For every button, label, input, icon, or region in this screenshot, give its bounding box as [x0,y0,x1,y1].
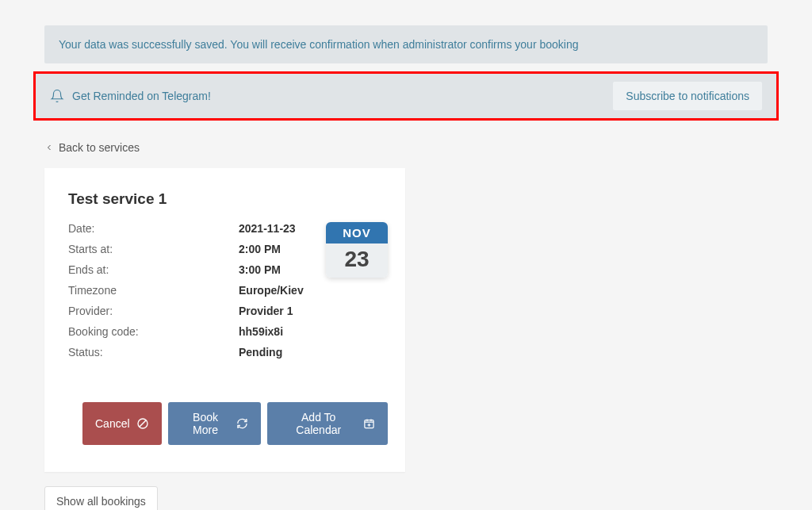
book-more-label: Book More [181,411,231,436]
action-buttons: Cancel Book More Add To Calendar [82,402,388,445]
refresh-icon [236,417,248,430]
cancel-icon [136,417,149,430]
add-to-calendar-button[interactable]: Add To Calendar [267,402,388,445]
show-all-bookings-button[interactable]: Show all bookings [44,486,158,510]
label-ends: Ends at: [68,263,239,276]
telegram-reminder-text: Get Reminded on Telegram! [72,90,211,102]
calendar-day: 23 [326,243,388,278]
label-code: Booking code: [68,325,239,338]
cancel-button[interactable]: Cancel [82,402,162,445]
detail-row-provider: Provider: Provider 1 [68,305,310,317]
value-timezone: Europe/Kiev [239,284,304,297]
svg-line-1 [140,420,146,427]
calendar-add-icon [363,417,375,430]
calendar-badge: NOV 23 [326,222,388,278]
label-status: Status: [68,346,239,359]
detail-row-starts: Starts at: 2:00 PM [68,243,310,255]
detail-row-timezone: Timezone Europe/Kiev [68,284,310,297]
back-link-text: Back to services [59,141,140,154]
value-provider: Provider 1 [239,305,293,317]
calendar-month: NOV [326,222,388,243]
detail-row-code: Booking code: hh59ix8i [68,325,310,338]
booking-card: Test service 1 Date: 2021-11-23 Starts a… [44,168,405,472]
back-to-services-link[interactable]: Back to services [44,141,140,154]
telegram-reminder-left: Get Reminded on Telegram! [50,89,211,103]
book-more-button[interactable]: Book More [168,402,262,445]
label-provider: Provider: [68,305,239,317]
booking-title: Test service 1 [68,190,388,208]
success-alert-text: Your data was successfully saved. You wi… [59,38,578,51]
telegram-reminder-bar: Get Reminded on Telegram! Subscribe to n… [33,71,779,121]
chevron-left-icon [44,143,54,152]
detail-row-ends: Ends at: 3:00 PM [68,263,310,276]
value-status: Pending [239,346,282,359]
success-alert: Your data was successfully saved. You wi… [44,25,768,63]
label-date: Date: [68,222,239,235]
detail-row-status: Status: Pending [68,346,310,359]
booking-details: Date: 2021-11-23 Starts at: 2:00 PM Ends… [68,222,310,366]
detail-row-date: Date: 2021-11-23 [68,222,310,235]
cancel-button-label: Cancel [95,417,130,430]
bell-icon [50,89,64,103]
value-ends: 3:00 PM [239,263,281,276]
label-timezone: Timezone [68,284,239,297]
value-date: 2021-11-23 [239,222,296,235]
label-starts: Starts at: [68,243,239,255]
value-code: hh59ix8i [239,325,283,338]
value-starts: 2:00 PM [239,243,281,255]
add-to-calendar-label: Add To Calendar [280,411,357,436]
subscribe-button[interactable]: Subscribe to notifications [613,82,762,110]
